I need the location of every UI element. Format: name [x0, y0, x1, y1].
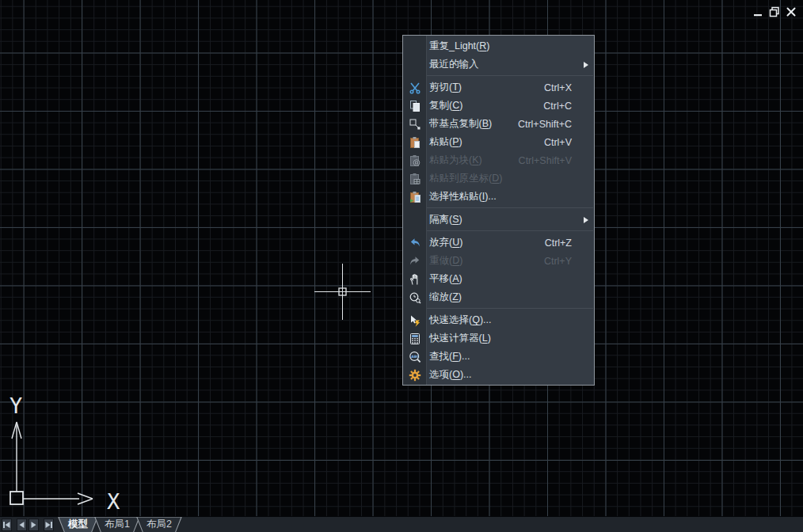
gear-icon [403, 369, 426, 382]
menu-item-options[interactable]: 选项(O)... [403, 366, 594, 384]
first-tab-icon [2, 521, 11, 529]
submenu-arrow-icon [584, 217, 588, 223]
paste-block-icon [403, 154, 426, 167]
menu-item-pan[interactable]: 平移(A) [403, 270, 594, 288]
tab-layout2[interactable]: 布局2 [136, 517, 182, 532]
paste-special-icon [403, 191, 426, 203]
menu-item-shortcut: Ctrl+Shift+C [518, 119, 594, 130]
menu-item-shortcut: Ctrl+Shift+V [519, 155, 594, 166]
menu-item-cut[interactable]: 剪切(T)Ctrl+X [403, 78, 594, 97]
ucs-icon: Y X [0, 388, 139, 516]
menu-item-paste-special[interactable]: 选择性粘贴(I)... [403, 188, 594, 206]
tab-label: 布局2 [147, 517, 172, 532]
menu-item-paste-as-block: 粘贴为块(K)Ctrl+Shift+V [403, 151, 594, 169]
minimize-button[interactable] [751, 5, 764, 18]
menu-item-label: 快速选择(Q)... [429, 314, 492, 327]
calculator-icon [403, 332, 426, 345]
layout-tab-bar: 模型布局1布局2 [0, 516, 803, 532]
menu-item-label: 剪切(T) [429, 81, 462, 94]
copy-icon [403, 100, 426, 112]
menu-item-label: 粘贴(P) [429, 135, 462, 149]
menu-item-repeat-light[interactable]: 重复_Light(R) [403, 37, 594, 55]
minimize-icon [752, 6, 764, 18]
first-tab-button[interactable] [2, 519, 12, 531]
menu-item-copy-with-base-point[interactable]: 带基点复制(B)Ctrl+Shift+C [403, 115, 594, 133]
svg-text:ABC: ABC [411, 354, 420, 358]
tab-label: 模型 [68, 517, 88, 532]
menu-item-redo: 重做(D)Ctrl+Y [403, 252, 594, 270]
tab-layout1[interactable]: 布局1 [94, 517, 140, 532]
autocad-window: Y X 重复_Light(R)最近的输入剪切(T)Ctrl+X复制(C)Ctrl… [0, 0, 803, 532]
prev-tab-icon [17, 521, 26, 529]
redo-icon [403, 255, 426, 268]
drawing-canvas[interactable]: Y X 重复_Light(R)最近的输入剪切(T)Ctrl+X复制(C)Ctrl… [0, 0, 803, 516]
find-icon: ABC [403, 351, 426, 363]
submenu-arrow-icon [584, 62, 588, 68]
menu-item-label: 粘贴到原坐标(D) [429, 172, 502, 185]
paste-icon [403, 136, 426, 149]
menu-item-label: 粘贴为块(K) [429, 154, 482, 167]
menu-item-paste-to-original-coords: 粘贴到原坐标(D) [403, 169, 594, 188]
menu-item-label: 平移(A) [429, 272, 462, 286]
menu-item-label: 选项(O)... [429, 368, 472, 382]
menu-item-shortcut: Ctrl+X [544, 82, 594, 93]
crosshair-cursor [314, 264, 371, 320]
menu-item-label: 选择性粘贴(I)... [429, 190, 497, 203]
scissors-icon [403, 82, 426, 94]
window-controls [751, 5, 797, 18]
menu-item-label: 放弃(U) [429, 236, 462, 249]
last-tab-button[interactable] [44, 519, 54, 531]
menu-item-label: 快速计算器(L) [429, 332, 491, 345]
undo-icon [403, 237, 426, 249]
ucs-x-label: X [107, 489, 120, 514]
menu-separator [427, 75, 593, 76]
next-tab-icon [29, 521, 38, 529]
tab-model[interactable]: 模型 [58, 517, 98, 532]
menu-item-label: 重复_Light(R) [429, 40, 489, 53]
menu-item-copy[interactable]: 复制(C)Ctrl+C [403, 97, 594, 115]
menu-item-shortcut: Ctrl+V [544, 137, 594, 148]
close-icon [785, 6, 797, 18]
menu-item-recent-input[interactable]: 最近的输入 [403, 55, 594, 74]
pan-icon [403, 273, 426, 286]
restore-button[interactable] [767, 5, 781, 18]
context-menu: 重复_Light(R)最近的输入剪切(T)Ctrl+X复制(C)Ctrl+C带基… [402, 35, 595, 386]
menu-item-shortcut: Ctrl+C [543, 101, 594, 112]
menu-item-label: 最近的输入 [429, 58, 479, 71]
prev-tab-button[interactable] [17, 519, 27, 531]
menu-item-label: 缩放(Z) [429, 291, 462, 304]
menu-item-zoom[interactable]: 缩放(Z) [403, 288, 594, 306]
layout-tabs: 模型布局1布局2 [62, 517, 182, 532]
menu-separator [427, 207, 593, 208]
menu-item-isolate[interactable]: 隔离(S) [403, 211, 594, 229]
menu-item-undo[interactable]: 放弃(U)Ctrl+Z [403, 234, 594, 252]
menu-item-label: 重做(D) [429, 254, 462, 268]
next-tab-button[interactable] [29, 519, 39, 531]
menu-item-label: 隔离(S) [429, 213, 462, 226]
menu-item-find[interactable]: ABC查找(F)... [403, 348, 594, 366]
menu-item-label: 带基点复制(B) [429, 117, 492, 131]
restore-icon [768, 6, 781, 18]
zoom-icon [403, 291, 426, 304]
paste-orig-icon [403, 173, 426, 185]
tab-label: 布局1 [105, 517, 130, 532]
last-tab-icon [44, 521, 53, 529]
menu-item-paste[interactable]: 粘贴(P)Ctrl+V [403, 133, 594, 151]
ucs-y-label: Y [10, 393, 22, 418]
menu-item-label: 查找(F)... [429, 350, 470, 363]
copy-base-icon [403, 118, 426, 131]
tab-navigation [2, 519, 54, 531]
close-button[interactable] [784, 5, 797, 18]
menu-item-quick-calculator[interactable]: 快速计算器(L) [403, 329, 594, 348]
menu-separator [427, 230, 593, 231]
menu-item-quick-select[interactable]: 快速选择(Q)... [403, 311, 594, 329]
menu-separator [427, 308, 593, 309]
context-menu-list: 重复_Light(R)最近的输入剪切(T)Ctrl+X复制(C)Ctrl+C带基… [403, 37, 594, 384]
quick-select-icon [403, 314, 426, 327]
menu-item-label: 复制(C) [429, 99, 462, 112]
menu-item-shortcut: Ctrl+Z [545, 238, 594, 249]
menu-item-shortcut: Ctrl+Y [544, 256, 594, 267]
